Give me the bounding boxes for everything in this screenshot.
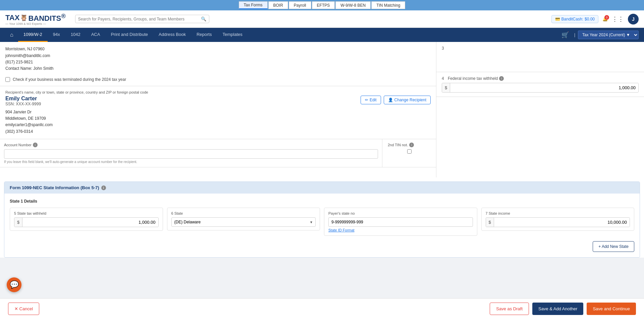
payer-row: Morristown, NJ 07960 johnsmith@banditllc… bbox=[0, 42, 644, 177]
recipient-section-label: Recipient's name, city or town, state or… bbox=[5, 90, 431, 94]
recipient-phone: (302) 376-0314 bbox=[5, 128, 431, 135]
top-nav-w9w8ben[interactable]: W-9/W-8 BEN bbox=[335, 1, 371, 9]
change-recipient-button[interactable]: 👤 Change Recipient bbox=[384, 96, 431, 104]
notification-badge: 0 bbox=[604, 15, 609, 20]
payer-address1: Morristown, NJ 07960 bbox=[5, 46, 431, 52]
edit-button-label: Edit bbox=[370, 98, 377, 102]
top-nav-tax-forms[interactable]: Tax Forms bbox=[239, 1, 268, 9]
box5-label: 5 State tax withheld bbox=[14, 211, 159, 215]
cart-icon[interactable]: 🛒 bbox=[559, 29, 572, 41]
tin-info-icon[interactable]: i bbox=[409, 143, 414, 147]
change-recipient-label: Change Recipient bbox=[394, 98, 426, 102]
account-number-input[interactable] bbox=[4, 149, 378, 159]
change-icon: 👤 bbox=[388, 98, 393, 102]
payer-state-no-label: Payer's state no bbox=[328, 211, 473, 215]
right-col: 3 4 Federal income tax withheld i $ bbox=[436, 42, 644, 177]
nav-item-reports[interactable]: Reports bbox=[191, 28, 217, 42]
recipient-addr2: Middletown, DE 19709 bbox=[5, 115, 431, 122]
state-id-format-link[interactable]: State ID Format bbox=[328, 228, 473, 232]
box7-input[interactable] bbox=[494, 218, 630, 227]
box4-info-icon[interactable]: i bbox=[499, 76, 504, 81]
nav-item-templates[interactable]: Templates bbox=[217, 28, 248, 42]
logo-owl-icon: 🦉 bbox=[20, 14, 28, 21]
payer-state-no-field: Payer's state no State ID Format bbox=[324, 208, 477, 236]
top-nav-boir[interactable]: BOIR bbox=[268, 1, 288, 9]
nav-item-print-distribute[interactable]: Print and Distribute bbox=[105, 28, 153, 42]
bandit-cash-label: BanditCash: bbox=[561, 17, 583, 21]
box5-field: 5 State tax withheld $ bbox=[10, 208, 163, 231]
search-bar[interactable]: 🔍 bbox=[75, 15, 209, 23]
box6-field: 6 State (DE) Delaware (NJ) New Jersey (C… bbox=[167, 208, 320, 230]
top-nav-payroll[interactable]: Payroll bbox=[289, 1, 311, 9]
state-section-body: State 1 Details 5 State tax withheld $ 6… bbox=[4, 194, 640, 257]
search-input[interactable] bbox=[78, 17, 199, 21]
bandit-cash[interactable]: 💳 BanditCash: $0.00 bbox=[551, 15, 598, 23]
box3-number: 3 bbox=[442, 46, 639, 51]
account-field-block: Account Number i If you leave this field… bbox=[0, 139, 382, 167]
nav-item-aca[interactable]: ACA bbox=[86, 28, 106, 42]
second-navigation: ⌂ 1099/W-2 94x 1042 ACA Print and Distri… bbox=[0, 28, 644, 42]
edit-recipient-button[interactable]: ✏ Edit bbox=[361, 96, 381, 104]
recipient-name: Emily Carter bbox=[5, 96, 41, 102]
nav-item-1099w2[interactable]: 1099/W-2 bbox=[18, 28, 48, 42]
add-new-state-button[interactable]: + Add New State bbox=[593, 241, 634, 252]
recipient-email: emilycarter1@spanllc.com bbox=[5, 122, 431, 128]
right-col-filler bbox=[436, 97, 644, 177]
state-section: Form 1099-NEC State Information (Box 5-7… bbox=[4, 181, 640, 258]
bandit-cash-icon: 💳 bbox=[555, 17, 560, 21]
second-nav-right: 🛒 | Tax Year 2024 (Current) ▼ bbox=[559, 29, 639, 41]
state-section-title: Form 1099-NEC State Information (Box 5-7… bbox=[10, 185, 99, 190]
box5-input-wrap: $ bbox=[14, 217, 159, 227]
avatar[interactable]: J bbox=[628, 14, 639, 24]
box7-field: 7 State income $ bbox=[481, 208, 635, 231]
notification-icon[interactable]: 🔔 0 bbox=[602, 16, 608, 21]
state-select[interactable]: (DE) Delaware (NJ) New Jersey (CA) Calif… bbox=[171, 217, 316, 227]
box5-input[interactable] bbox=[22, 218, 158, 227]
bandit-cash-amount: $0.00 bbox=[585, 17, 595, 21]
top-nav-tin-matching[interactable]: TIN Matching bbox=[371, 1, 405, 9]
nav-item-address-book[interactable]: Address Book bbox=[153, 28, 191, 42]
edit-icon: ✏ bbox=[365, 98, 368, 102]
box4-input-wrap: $ bbox=[442, 83, 639, 93]
termination-checkbox-row: Check if your business was terminated du… bbox=[5, 77, 431, 82]
box4-block: 4 Federal income tax withheld i $ bbox=[436, 72, 644, 97]
account-info-icon[interactable]: i bbox=[33, 143, 38, 147]
top-nav-eftps[interactable]: EFTPS bbox=[312, 1, 335, 9]
account-tin-block: Account Number i If you leave this field… bbox=[0, 139, 436, 167]
state-select-wrap: (DE) Delaware (NJ) New Jersey (CA) Calif… bbox=[171, 217, 316, 227]
account-number-label: Account Number i bbox=[4, 143, 378, 147]
state-section-info-icon[interactable]: i bbox=[101, 185, 106, 190]
tin-label: 2nd TIN not. i bbox=[388, 143, 431, 147]
search-icon: 🔍 bbox=[201, 16, 206, 21]
box4-dollar-sign: $ bbox=[442, 83, 450, 92]
form-wrapper: Morristown, NJ 07960 johnsmith@banditllc… bbox=[0, 42, 644, 258]
box7-input-wrap: $ bbox=[486, 217, 630, 227]
recipient-buttons: ✏ Edit 👤 Change Recipient bbox=[361, 96, 431, 104]
recipient-ssn: SSN: XXX-XX-9999 bbox=[5, 102, 41, 106]
recipient-block: Recipient's name, city or town, state or… bbox=[0, 86, 436, 139]
home-icon[interactable]: ⌂ bbox=[5, 28, 18, 42]
box6-label: 6 State bbox=[171, 211, 316, 215]
termination-checkbox[interactable] bbox=[5, 77, 10, 82]
payer-email: johnsmith@banditllc.com bbox=[5, 53, 431, 59]
box5-dollar-sign: $ bbox=[14, 218, 22, 227]
box7-label: 7 State income bbox=[486, 211, 630, 215]
payer-contact: Contact Name: John Smith bbox=[5, 65, 431, 72]
logo-text: TAX 🦉 BANDITS® bbox=[5, 12, 66, 23]
nav-divider: | bbox=[574, 33, 575, 37]
tax-year-select[interactable]: Tax Year 2024 (Current) ▼ bbox=[578, 31, 639, 39]
recipient-addr1: 904 Janvier Dr bbox=[5, 109, 431, 115]
nav-item-1042[interactable]: 1042 bbox=[65, 28, 86, 42]
payer-state-no-input[interactable] bbox=[328, 217, 473, 227]
box4-input[interactable] bbox=[450, 83, 638, 92]
tin-checkbox[interactable] bbox=[407, 149, 412, 154]
apps-grid-icon[interactable]: ⋮⋮ bbox=[612, 15, 624, 23]
recipient-info: Emily Carter SSN: XXX-XX-9999 bbox=[5, 96, 41, 106]
box7-dollar-sign: $ bbox=[486, 218, 494, 227]
state1-label: State 1 Details bbox=[10, 199, 634, 204]
payer-left-col: Morristown, NJ 07960 johnsmith@banditllc… bbox=[0, 42, 436, 177]
header-right: 💳 BanditCash: $0.00 🔔 0 ⋮⋮ J bbox=[551, 14, 639, 24]
payer-phone: (817) 215-9821 bbox=[5, 59, 431, 65]
nav-item-94x[interactable]: 94x bbox=[48, 28, 65, 42]
logo: TAX 🦉 BANDITS® — Your 1099 & W2 Experts … bbox=[5, 12, 66, 25]
